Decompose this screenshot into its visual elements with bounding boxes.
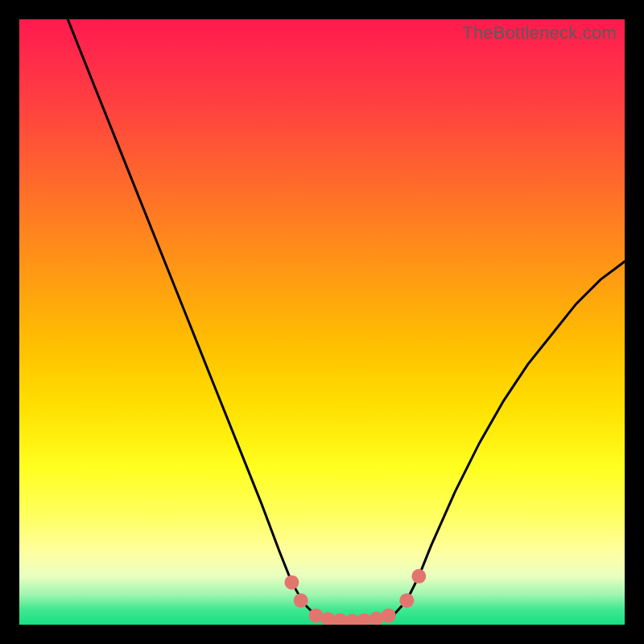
highlight-marker [369, 612, 384, 625]
plot-area: TheBottleneck.com [19, 19, 625, 625]
right-curve-path [394, 262, 625, 614]
highlight-marker [284, 575, 299, 589]
left-curve-path [68, 19, 316, 616]
bottleneck-curve [19, 19, 625, 625]
highlight-marker [411, 569, 426, 584]
chart-frame: TheBottleneck.com [0, 0, 644, 644]
highlight-marker [382, 609, 396, 623]
highlight-marker [333, 613, 348, 625]
highlight-marker [399, 593, 414, 608]
highlight-marker [294, 593, 308, 608]
marker-group [284, 569, 426, 625]
